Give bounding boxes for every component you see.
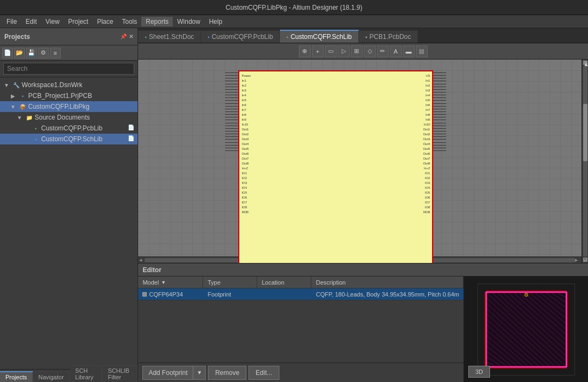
menu-window[interactable]: Window (173, 17, 205, 27)
new-doc-icon[interactable]: 📄 (2, 48, 13, 58)
tree-item-schlib[interactable]: ▪ CustomCQFP.SchLib 📄 (0, 134, 138, 144)
main-layout: Projects 📌 ✕ 📄 📂 💾 ⚙ ≡ ▼ 🔧 Workspace1.Ds… (0, 28, 588, 382)
menu-file[interactable]: File (2, 17, 21, 27)
expand-sourcedocs-icon: ▼ (15, 113, 24, 122)
add-footprint-dropdown-button[interactable]: ▼ (193, 366, 206, 380)
menu-help[interactable]: Help (205, 17, 227, 27)
tree-item-workspace[interactable]: ▼ 🔧 Workspace1.DsnWrk (0, 80, 138, 90)
edit-button[interactable]: Edit... (249, 366, 279, 380)
panel-close-icon[interactable]: ✕ (129, 34, 133, 39)
add-footprint-split-button: Add Footprint ▼ (142, 366, 206, 380)
libpkg-label: CustomCQFP.LibPkg (28, 103, 89, 110)
table-row[interactable]: CQFP64P34 Footprint CQFP, 180-Leads, Bod… (138, 288, 463, 300)
panel-pin-icon[interactable]: 📌 (120, 34, 127, 39)
schematic-canvas-area[interactable]: PowerIn1In2In3In4In5 In6In7In8In9In10Out… (138, 60, 588, 263)
header-location[interactable]: Location (257, 276, 311, 288)
menu-tools[interactable]: Tools (117, 17, 141, 27)
drawing-toolbar: ⊕ + ▭ ▷ ⊞ ◇ ✏ A ▬ |||| (138, 43, 588, 60)
scroll-right-arrow[interactable]: ▶ (575, 258, 580, 262)
tab-pcblib[interactable]: ▪ CustomCQFP.PcbLib (201, 30, 280, 43)
tab-navigator[interactable]: Navigator (33, 372, 70, 382)
tab-pcb1-label: PCB1.PcbDoc (369, 33, 411, 41)
table-body: CQFP64P34 Footprint CQFP, 180-Leads, Bod… (138, 288, 463, 363)
settings2-icon[interactable]: ≡ (50, 48, 61, 58)
scroll-track[interactable] (583, 66, 587, 256)
header-location-label: Location (262, 279, 284, 286)
document-tabs: ▪ Sheet1.SchDoc ▪ CustomCQFP.PcbLib ▪ Cu… (138, 28, 588, 43)
btn-3d[interactable]: 3D (468, 366, 490, 378)
search-bar (0, 61, 138, 77)
draw-tool-grid[interactable]: ⊞ (351, 45, 363, 57)
save-icon[interactable]: 💾 (26, 48, 37, 58)
pcb-preview (478, 284, 575, 376)
header-type[interactable]: Type (203, 276, 257, 288)
draw-tool-arrow[interactable]: ▷ (338, 45, 350, 57)
menu-project[interactable]: Project (64, 17, 93, 27)
vertical-scrollbar[interactable]: ▲ ▼ (582, 60, 588, 263)
remove-button[interactable]: Remove (208, 366, 246, 380)
pcblib-file-icon: ▪ (31, 124, 40, 133)
draw-tool-text[interactable]: A (390, 45, 402, 57)
tab-sheet1[interactable]: ▪ Sheet1.SchDoc (138, 30, 201, 43)
tab-sch-library[interactable]: SCH Library (70, 365, 102, 382)
tree-item-libpkg[interactable]: ▼ 📦 CustomCQFP.LibPkg (0, 101, 138, 112)
cell-model: CQFP64P34 (138, 291, 203, 298)
scroll-down-arrow[interactable]: ▼ (583, 258, 587, 262)
tab-schlib-active[interactable]: ▪ CustomCQFP.SchLib (280, 30, 359, 43)
draw-tool-diamond[interactable]: ◇ (364, 45, 376, 57)
header-model[interactable]: Model ▼ (138, 276, 203, 288)
settings-icon[interactable]: ⚙ (38, 48, 49, 58)
tab-schlib-filter[interactable]: SCHLIB Filter (102, 365, 138, 382)
tab-projects[interactable]: Projects (0, 371, 33, 382)
draw-tool-misc[interactable]: |||| (416, 45, 428, 57)
row-indicator (142, 292, 147, 297)
header-model-label: Model (142, 279, 159, 286)
draw-tool-rect[interactable]: ▭ (325, 45, 337, 57)
tree-item-source-docs[interactable]: ▼ 📁 Source Documents (0, 112, 138, 123)
editor-tab-label: Editor (142, 266, 161, 274)
scroll-left-arrow[interactable]: ◀ (139, 258, 145, 262)
pins-right (433, 73, 446, 151)
pcblib-label: CustomCQFP.PcbLib (41, 124, 102, 132)
preview-panel: 3D (463, 276, 588, 382)
header-model-sort: ▼ (161, 280, 166, 285)
menu-reports[interactable]: Reports (141, 17, 173, 27)
pcblib-tab-icon: ▪ (207, 34, 210, 40)
editor-table: Model ▼ Type Location Description (138, 276, 588, 382)
workspace-label: Workspace1.DsnWrk (22, 81, 82, 89)
editor-table-left: Model ▼ Type Location Description (138, 276, 463, 382)
menu-view[interactable]: View (41, 17, 64, 27)
table-header: Model ▼ Type Location Description (138, 276, 463, 288)
header-description[interactable]: Description (311, 276, 463, 288)
tab-pcb1[interactable]: ▪ PCB1.PcbDoc (359, 30, 418, 43)
left-panel: Projects 📌 ✕ 📄 📂 💾 ⚙ ≡ ▼ 🔧 Workspace1.Ds… (0, 28, 138, 382)
draw-tool-pointer[interactable]: ⊕ (299, 45, 311, 57)
component-pin-labels-left: PowerIn1In2In3In4In5 In6In7In8In9In10Out… (241, 74, 251, 215)
editor-panel: Editor Model ▼ Type (138, 263, 588, 382)
pcb1-tab-icon: ▪ (365, 34, 368, 40)
add-footprint-button[interactable]: Add Footprint (142, 366, 193, 380)
scroll-thumb[interactable] (583, 104, 587, 161)
draw-tool-pencil[interactable]: ✏ (377, 45, 389, 57)
menu-edit[interactable]: Edit (21, 17, 41, 27)
tree-item-pcblib[interactable]: ▪ CustomCQFP.PcbLib 📄 (0, 123, 138, 134)
open-folder-icon[interactable]: 📂 (14, 48, 25, 58)
cell-type-value: Footprint (207, 291, 231, 298)
tree-item-pcb-project[interactable]: ▶ ▪ PCB_Project1.PrjPCB (0, 90, 138, 101)
bottom-action-bar: Add Footprint ▼ Remove Edit... (138, 363, 463, 382)
cell-model-value: CQFP64P34 (149, 291, 182, 298)
scroll-up-arrow[interactable]: ▲ (583, 61, 587, 65)
panel-toolbar: 📄 📂 💾 ⚙ ≡ (0, 45, 138, 61)
title-text: CustomCQFP.LibPkg - Altium Designer (18.… (226, 4, 363, 11)
draw-tool-add-pin[interactable]: + (312, 45, 324, 57)
pcblib-spacer (22, 124, 30, 133)
source-docs-label: Source Documents (35, 114, 90, 121)
cell-type: Footprint (203, 291, 257, 298)
libpkg-icon: 📦 (18, 102, 27, 111)
search-input[interactable] (3, 63, 134, 75)
draw-tool-line[interactable]: ▬ (403, 45, 415, 57)
schlib-spacer (22, 135, 30, 143)
menu-place[interactable]: Place (93, 17, 117, 27)
expand-libpkg-icon: ▼ (9, 102, 17, 111)
cell-description-value: CQFP, 180-Leads, Body 34.95x34.95mm, Pit… (316, 291, 459, 298)
